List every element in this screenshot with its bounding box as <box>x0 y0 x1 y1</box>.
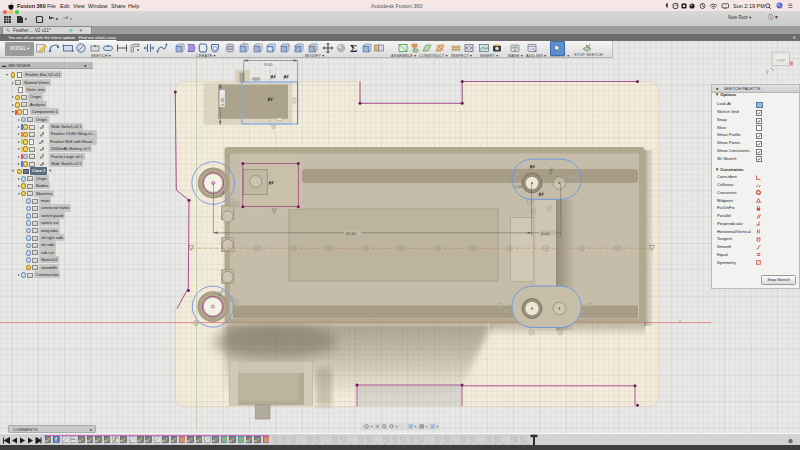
svg-text:Σ: Σ <box>350 42 357 54</box>
svg-text:4.00: 4.00 <box>541 231 550 236</box>
svg-text:9.00: 9.00 <box>264 62 273 67</box>
svg-text:6.00: 6.00 <box>220 97 225 106</box>
svg-text:45.60: 45.60 <box>346 231 357 236</box>
svg-text:TOP: TOP <box>776 58 785 63</box>
svg-text:x: x <box>679 318 681 323</box>
svg-text:1.50: 1.50 <box>515 185 522 189</box>
